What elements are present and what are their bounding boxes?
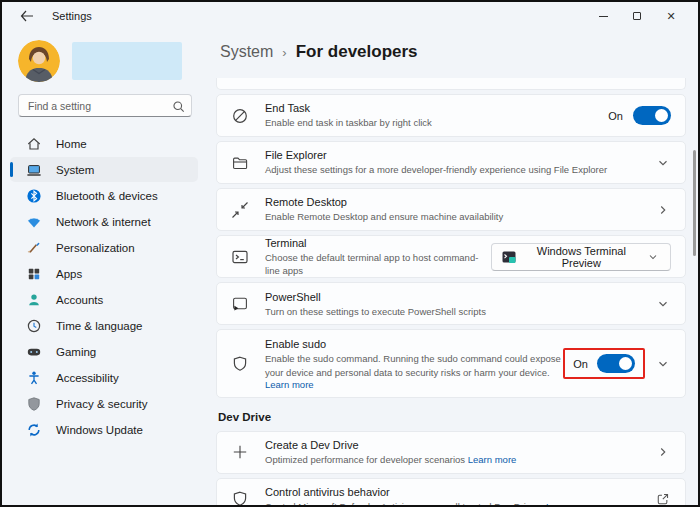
back-button[interactable] (18, 7, 36, 25)
sidebar-item-home[interactable]: Home (10, 131, 198, 156)
personalization-icon (26, 240, 42, 256)
back-arrow-icon (20, 10, 34, 22)
chevron-right-icon[interactable] (655, 202, 671, 218)
setting-title: Remote Desktop (265, 195, 503, 210)
window-title: Settings (52, 10, 92, 22)
setting-card-file-explorer[interactable]: File Explorer Adjust these settings for … (216, 141, 686, 184)
plus-icon (231, 443, 249, 461)
chevron-down-icon[interactable] (655, 296, 671, 312)
sidebar-item-privacy-security[interactable]: Privacy & security (10, 391, 198, 416)
sidebar-item-bluetooth-devices[interactable]: Bluetooth & devices (10, 183, 198, 208)
maximize-icon (633, 12, 641, 20)
chevron-down-icon (646, 249, 660, 265)
maximize-button[interactable] (620, 4, 654, 28)
breadcrumb: System › For developers (220, 42, 686, 68)
search-box (18, 94, 192, 117)
setting-card-powershell[interactable]: PowerShell Turn on these settings to exe… (216, 282, 686, 325)
sidebar-item-gaming[interactable]: Gaming (10, 339, 198, 364)
windows-update-icon (26, 422, 42, 438)
apps-icon (26, 266, 42, 282)
terminal-icon (231, 248, 249, 266)
setting-card-remote-desktop[interactable]: Remote Desktop Enable Remote Desktop and… (216, 188, 686, 231)
setting-description: Optimized performance for developer scen… (265, 453, 516, 466)
sidebar-item-label: Gaming (56, 346, 96, 358)
learn-more-link[interactable]: Learn more (546, 501, 595, 507)
close-button[interactable]: ✕ (654, 4, 688, 28)
titlebar: Settings ✕ (2, 2, 698, 30)
learn-more-link[interactable]: Learn more (265, 379, 563, 390)
setting-title: Create a Dev Drive (265, 438, 516, 453)
main-content: System › For developers End Task Enable … (206, 30, 698, 505)
search-input[interactable] (18, 94, 192, 117)
bluetooth-icon (26, 188, 42, 204)
sidebar-item-apps[interactable]: Apps (10, 261, 198, 286)
sidebar-item-personalization[interactable]: Personalization (10, 235, 198, 260)
sidebar-item-label: Time & language (56, 320, 143, 332)
setting-title: PowerShell (265, 290, 486, 305)
setting-card-create-dev-drive[interactable]: Create a Dev Drive Optimized performance… (216, 431, 686, 474)
sidebar-item-label: System (56, 164, 94, 176)
setting-card-terminal[interactable]: Terminal Choose the default terminal app… (216, 235, 686, 278)
close-icon: ✕ (666, 11, 675, 22)
toggle-state-label: On (573, 358, 588, 370)
setting-description: Enable Remote Desktop and ensure machine… (265, 210, 503, 223)
setting-card-end-task[interactable]: End Task Enable end task in taskbar by r… (216, 94, 686, 137)
chevron-down-icon[interactable] (655, 356, 671, 372)
sidebar-item-label: Privacy & security (56, 398, 147, 410)
user-profile[interactable] (18, 40, 192, 82)
setting-description: Turn on these settings to execute PowerS… (265, 305, 486, 318)
sidebar-item-label: Accounts (56, 294, 103, 306)
sidebar: Home System Bluetooth & devices Network … (2, 30, 206, 505)
settings-window: Settings ✕ H (0, 0, 700, 507)
setting-title: Enable sudo (265, 337, 563, 352)
sidebar-item-label: Network & internet (56, 216, 151, 228)
setting-card-enable-sudo[interactable]: Enable sudo Enable the sudo command. Run… (216, 329, 686, 397)
minimize-icon (599, 16, 608, 17)
end-task-toggle[interactable] (633, 106, 671, 125)
sidebar-item-time-language[interactable]: Time & language (10, 313, 198, 338)
scrollbar[interactable] (693, 150, 696, 256)
windows-terminal-icon (502, 250, 516, 264)
powershell-icon (231, 295, 249, 313)
enable-sudo-toggle[interactable] (597, 354, 635, 373)
sidebar-nav: Home System Bluetooth & devices Network … (2, 131, 206, 442)
sidebar-item-accessibility[interactable]: Accessibility (10, 365, 198, 390)
partial-card-above (216, 78, 686, 90)
sidebar-item-system[interactable]: System (10, 157, 198, 182)
setting-description: Enable end task in taskbar by right clic… (265, 116, 432, 129)
system-icon (26, 162, 42, 178)
accounts-icon (26, 292, 42, 308)
home-icon (26, 136, 42, 152)
time-language-icon (26, 318, 42, 334)
sidebar-item-label: Windows Update (56, 424, 143, 436)
setting-description: Adjust these settings for a more develop… (265, 163, 607, 176)
description-text: Control Microsoft Defender Antivirus acr… (265, 501, 543, 507)
minimize-button[interactable] (586, 4, 620, 28)
breadcrumb-system[interactable]: System (220, 43, 273, 61)
terminal-app-dropdown[interactable]: Windows Terminal Preview (491, 243, 671, 271)
sidebar-item-label: Accessibility (56, 372, 119, 384)
setting-card-control-antivirus[interactable]: Control antivirus behavior Control Micro… (216, 478, 686, 507)
search-icon (172, 99, 185, 117)
accessibility-icon (26, 370, 42, 386)
sidebar-item-network-internet[interactable]: Network & internet (10, 209, 198, 234)
external-link-icon[interactable] (655, 491, 671, 507)
description-text: Optimized performance for developer scen… (265, 454, 465, 465)
gaming-icon (26, 344, 42, 360)
sidebar-item-accounts[interactable]: Accounts (10, 287, 198, 312)
setting-title: Control antivirus behavior (265, 485, 594, 500)
chevron-down-icon[interactable] (655, 155, 671, 171)
file-explorer-icon (231, 154, 249, 172)
learn-more-link[interactable]: Learn more (468, 454, 517, 465)
sidebar-item-label: Personalization (56, 242, 135, 254)
shield-icon (231, 490, 249, 507)
setting-title: File Explorer (265, 148, 607, 163)
sidebar-item-windows-update[interactable]: Windows Update (10, 417, 198, 442)
dropdown-value: Windows Terminal Preview (524, 245, 638, 269)
chevron-right-icon[interactable] (655, 444, 671, 460)
sidebar-item-label: Apps (56, 268, 82, 280)
remote-desktop-icon (231, 201, 249, 219)
settings-list: End Task Enable end task in taskbar by r… (216, 78, 686, 507)
setting-title: Terminal (265, 236, 491, 251)
privacy-security-icon (26, 396, 42, 412)
